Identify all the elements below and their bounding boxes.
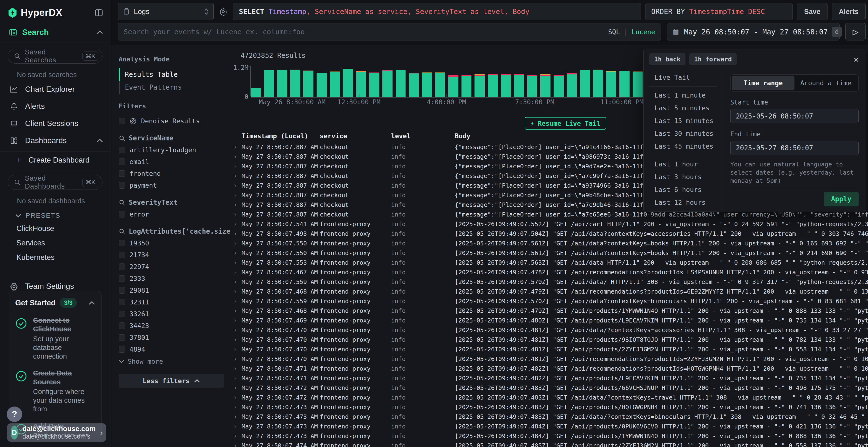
preset-item[interactable]: Kubernetes [0,250,110,265]
histogram-bar[interactable] [448,67,458,97]
collapse-sidebar-icon[interactable] [94,8,103,18]
histogram-bar[interactable] [251,67,261,97]
order-by-editor[interactable]: ORDER BY TimestampTime DESC [645,3,793,20]
histogram-bar[interactable] [369,67,379,97]
log-row[interactable]: › May 27 8:50:07.470 AM frontend-proxy i… [231,354,868,364]
time-range-preset[interactable]: Live Tail [644,71,723,84]
analysis-mode-option[interactable]: Results Table [119,68,224,81]
expand-row-icon[interactable]: › [231,201,242,208]
expand-row-icon[interactable]: › [231,355,242,363]
expand-row-icon[interactable]: › [231,346,242,353]
histogram-bar[interactable] [343,67,353,97]
log-row[interactable]: › May 27 8:50:07.471 AM frontend-proxy i… [231,364,868,373]
histogram-bar[interactable] [593,67,603,97]
alerts-button[interactable]: Alerts [832,3,866,20]
expand-row-icon[interactable]: › [231,403,242,411]
expand-row-icon[interactable]: › [231,143,242,150]
expand-row-icon[interactable]: › [231,153,242,160]
time-forward-button[interactable]: 1h forward [689,53,737,65]
expand-row-icon[interactable]: › [231,298,242,305]
column-header-level[interactable]: ⋮level [391,132,455,140]
histogram-bar[interactable] [527,67,537,97]
log-row[interactable]: › May 27 8:50:07.467 AM frontend-proxy i… [231,267,868,277]
log-row[interactable]: › May 27 8:50:07.550 AM frontend-proxy i… [231,248,868,258]
saved-dashboards-input[interactable]: Saved Dashboards ⌘K [8,175,102,190]
expand-row-icon[interactable]: › [231,240,242,247]
expand-row-icon[interactable]: › [231,220,242,228]
create-dashboard-button[interactable]: + Create Dashboard [0,152,110,169]
select-query-editor[interactable]: SELECT Timestamp, ServiceName as service… [233,3,641,20]
log-row[interactable]: › May 27 8:50:07.471 AM frontend-proxy i… [231,373,868,383]
time-range-preset[interactable]: Last 3 hours [644,171,723,183]
facet-value-checkbox[interactable]: 21734 [119,249,224,261]
search-icon[interactable] [119,228,125,235]
expand-row-icon[interactable]: › [231,394,242,401]
histogram-bar[interactable] [514,67,524,97]
show-more-button[interactable]: Show more [119,355,224,368]
facet-value-checkbox[interactable]: 37801 [119,332,224,343]
run-search-button[interactable]: ▷ [845,23,866,40]
facet-value-checkbox[interactable]: 22974 [119,261,224,273]
time-range-preset[interactable]: Last 30 minutes [644,127,723,140]
expand-row-icon[interactable]: › [231,413,242,420]
preset-item[interactable]: ClickHouse [0,221,110,236]
log-row[interactable]: › May 27 8:50:07.553 AM frontend-proxy i… [231,258,868,267]
sidebar-item-chart-explorer[interactable]: Chart Explorer [0,81,110,98]
end-time-input[interactable]: 2025-05-27 08:50:07 [730,141,859,155]
preset-item[interactable]: Services [0,236,110,250]
denoise-results-checkbox[interactable]: Denoise Results [119,115,224,127]
log-row[interactable]: › May 27 8:50:07.559 AM frontend-proxy i… [231,277,868,286]
log-row[interactable]: › May 27 8:50:07.468 AM frontend-proxy i… [231,306,868,315]
help-button[interactable]: ? [7,407,22,422]
saved-searches-input[interactable]: Saved Searches ⌘K [8,49,102,64]
search-icon[interactable] [119,199,125,206]
log-row[interactable]: › May 27 8:50:07.473 AM frontend-proxy i… [231,421,868,431]
expand-row-icon[interactable]: › [231,288,242,295]
expand-row-icon[interactable]: › [231,249,242,256]
facet-value-checkbox[interactable]: 32311 [119,296,224,308]
expand-row-icon[interactable]: › [231,172,242,179]
histogram-bar[interactable] [264,67,274,97]
presets-toggle[interactable]: PRESETS [0,207,110,221]
expand-row-icon[interactable]: › [231,423,242,430]
date-range-input[interactable]: May 26 08:50:07 - May 27 08:50:07 d [667,23,840,40]
histogram-bar[interactable] [330,67,340,97]
event-search-input[interactable]: Search your events w/ Lucene ex. column:… [118,23,661,40]
get-started-item[interactable]: Connect to ClickHouseSet up your databas… [15,316,95,360]
histogram-bar[interactable] [474,67,485,97]
expand-row-icon[interactable]: › [231,259,242,266]
log-row[interactable]: › May 27 8:50:07.470 AM frontend-proxy i… [231,344,868,354]
log-row[interactable]: › May 27 8:50:07.472 AM frontend-proxy i… [231,383,868,392]
histogram-bar[interactable] [435,67,445,97]
facet-value-checkbox[interactable]: error [119,208,224,220]
resume-live-tail-button[interactable]: ⚡ Resume Live Tail [525,117,606,130]
sidebar-item-search[interactable]: Search [0,24,110,42]
expand-row-icon[interactable]: › [231,192,242,199]
log-row[interactable]: › May 27 8:50:07.469 AM frontend-proxy i… [231,315,868,325]
expand-row-icon[interactable]: › [231,182,242,189]
time-back-button[interactable]: 1h back [649,53,685,65]
histogram-bar[interactable] [277,67,287,97]
sidebar-item-client-sessions[interactable]: Client Sessions [0,115,110,132]
time-range-preset[interactable]: Last 5 minutes [644,102,723,114]
start-time-input[interactable]: 2025-05-26 08:50:07 [730,109,859,123]
histogram-bar[interactable] [317,67,327,97]
facet-value-checkbox[interactable]: email [119,156,224,168]
log-row[interactable]: › May 27 8:50:07.473 AM frontend-proxy i… [231,431,868,441]
hyperdx-logo[interactable]: HyperDX [8,7,62,18]
expand-row-icon[interactable]: › [231,336,242,343]
expand-row-icon[interactable]: › [231,375,242,382]
facet-value-checkbox[interactable]: 19350 [119,237,224,249]
histogram-bar[interactable] [619,67,629,97]
histogram-bar[interactable] [422,67,432,97]
time-range-preset[interactable]: Last 6 hours [644,183,723,196]
source-settings-gear-icon[interactable] [219,7,227,16]
column-header-service[interactable]: ⋮service [320,132,391,140]
facet-value-checkbox[interactable]: payment [119,179,224,191]
time-range-preset[interactable]: Last 45 minutes [644,140,723,153]
facet-value-checkbox[interactable]: 34423 [119,320,224,332]
get-started-item[interactable]: Create Data SourcesConfigure where your … [15,369,95,413]
histogram-bar[interactable] [382,67,393,97]
histogram-bar[interactable] [501,67,511,97]
lang-toggle-sql[interactable]: SQL [608,28,620,36]
